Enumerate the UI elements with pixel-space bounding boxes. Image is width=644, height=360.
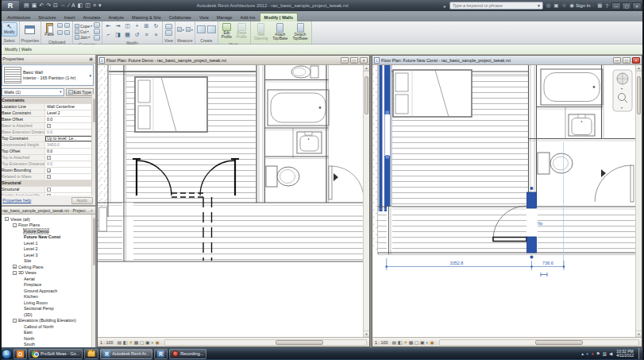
properties-help-link[interactable]: Properties help: [2, 198, 31, 203]
communication-center-icon[interactable]: ▣: [553, 2, 558, 9]
property-row[interactable]: Unconnected Height 3400.0: [0, 142, 95, 149]
crop-region-icon[interactable]: ▣: [420, 339, 425, 346]
scroll-down-icon[interactable]: ▼: [364, 331, 369, 337]
scroll-down-icon[interactable]: ▼: [636, 331, 642, 337]
draw-line-icon[interactable]: ∕: [68, 2, 69, 9]
horizontal-scrollbar[interactable]: [164, 339, 367, 346]
restore-button[interactable]: ▢: [622, 2, 631, 10]
checkbox[interactable]: [47, 168, 51, 172]
property-row[interactable]: Room Bounding: [0, 168, 95, 174]
browser-item[interactable]: - 3D Views: [0, 270, 95, 277]
panel-label[interactable]: Measure: [175, 37, 195, 44]
scroll-up-icon[interactable]: ▲: [636, 65, 642, 72]
properties-scrollbar[interactable]: [91, 94, 95, 195]
poche-wall-region[interactable]: [98, 65, 108, 207]
undo-icon[interactable]: ↶: [39, 2, 44, 9]
browser-scrollbar[interactable]: [91, 215, 95, 347]
browser-item[interactable]: East: [0, 330, 95, 336]
print-icon[interactable]: ⊡: [53, 2, 58, 9]
tray-status-red-icon[interactable]: ●: [591, 351, 593, 356]
scale-icon[interactable]: ↺: [133, 31, 141, 39]
view-restore-button[interactable]: ▢: [350, 57, 358, 64]
thin-lines-icon[interactable]: ≡: [93, 2, 96, 9]
scroll-up-icon[interactable]: ▲: [364, 65, 369, 72]
favorites-icon[interactable]: ☆: [562, 2, 567, 9]
property-row[interactable]: Constraints: [0, 98, 95, 104]
property-row[interactable]: Related to Mass: [0, 174, 95, 180]
match-type-icon[interactable]: [57, 30, 63, 35]
ribbon-tab[interactable]: Insert: [60, 14, 79, 21]
toilet[interactable]: [538, 153, 573, 174]
demolish-icon[interactable]: [94, 29, 100, 34]
search-dropdown-icon[interactable]: ▾: [538, 3, 540, 8]
chrome-taskbar-button[interactable]: ProSoft Meas - Go...: [29, 349, 83, 359]
infocenter-collapse-icon[interactable]: ▸: [444, 3, 446, 9]
browser-item[interactable]: Fireplace: [0, 282, 95, 288]
start-button[interactable]: [2, 349, 12, 359]
ribbon-tab[interactable]: Add-Ins: [237, 14, 260, 21]
split-face-icon[interactable]: [94, 35, 100, 41]
measure-icon[interactable]: ⇔: [60, 2, 66, 9]
cut-icon[interactable]: [57, 23, 63, 28]
vertical-scrollbar[interactable]: ▲ ▼: [363, 65, 369, 337]
wall[interactable]: [528, 65, 537, 207]
tray-status-blue-icon[interactable]: ●: [586, 351, 588, 356]
dimension-value[interactable]: 3352.8: [450, 261, 464, 265]
geometry-tool[interactable]: Join ▾: [75, 35, 92, 40]
dimension-tool[interactable]: ▾: [186, 27, 193, 32]
section-icon[interactable]: ◫: [85, 2, 91, 9]
bathtub[interactable]: [268, 90, 329, 126]
copy-icon[interactable]: ⊞: [142, 22, 151, 30]
browser-item[interactable]: Site: [0, 258, 95, 265]
apply-button[interactable]: Apply: [71, 197, 94, 204]
browser-item[interactable]: - Floor Plans: [0, 223, 95, 229]
modify-tool-button[interactable]: ↖ Modify: [2, 22, 17, 37]
detail-level-icon[interactable]: ▤: [118, 339, 122, 346]
exterior-wall[interactable]: [98, 203, 364, 206]
view-minimize-button[interactable]: —: [341, 57, 349, 64]
palette-options-icon[interactable]: ▣: [89, 56, 93, 61]
sun-path-icon[interactable]: ☀: [129, 339, 133, 346]
property-row[interactable]: Location Line Wall Centerline: [0, 104, 95, 110]
panel-label[interactable]: Select: [0, 37, 19, 44]
checkbox[interactable]: [47, 194, 51, 195]
detail-level-icon[interactable]: ▤: [392, 339, 397, 346]
open-icon[interactable]: ▤: [24, 2, 29, 9]
subscription-center-icon[interactable]: ◎: [546, 2, 551, 9]
edit-type-button[interactable]: Edit Type: [66, 88, 94, 96]
hide-isolate-icon[interactable]: ◐: [426, 339, 429, 346]
bed[interactable]: [135, 77, 207, 132]
bed[interactable]: [393, 70, 472, 117]
paste-button[interactable]: Paste: [43, 22, 56, 38]
ribbon-tab[interactable]: Massing & Site: [128, 14, 165, 21]
ribbon-tab[interactable]: Annotate: [79, 14, 104, 21]
match-props-icon[interactable]: [64, 30, 70, 35]
visual-style-icon[interactable]: ◧: [123, 339, 128, 346]
checkbox[interactable]: [47, 156, 51, 160]
view-minimize-button[interactable]: —: [613, 57, 621, 64]
tray-expand-icon[interactable]: ▴: [581, 351, 584, 356]
browser-item[interactable]: {3D}: [0, 312, 95, 318]
explorer-taskbar-button[interactable]: [84, 349, 98, 359]
property-row[interactable]: Base Constraint Level 2: [0, 110, 95, 117]
wall[interactable]: [256, 65, 265, 203]
browser-item[interactable]: Future Demo: [0, 228, 95, 234]
edit-profile-button[interactable]: Edit Profile: [220, 22, 233, 41]
ribbon-tab[interactable]: Collaborate: [165, 14, 195, 21]
browser-item[interactable]: + Ceiling Plans: [0, 264, 95, 270]
sun-path-icon[interactable]: ☀: [403, 339, 407, 346]
view-restore-button[interactable]: ▢: [623, 57, 631, 64]
window[interactable]: [99, 207, 107, 231]
expand-collapse-icon[interactable]: +: [13, 265, 17, 269]
floor-plan-canvas[interactable]: flip 3352.8 736.6: [372, 65, 642, 337]
reveal-hidden-icon[interactable]: ◉: [155, 339, 159, 346]
ribbon-tab[interactable]: Analyze: [104, 14, 128, 21]
scale-button[interactable]: 1 : 100: [375, 340, 388, 345]
text-icon[interactable]: A: [71, 2, 75, 9]
default-3d-view-icon[interactable]: ◧: [78, 2, 83, 9]
outlook-taskbar-button[interactable]: O: [13, 349, 27, 359]
crop-view-icon[interactable]: ▢: [140, 339, 145, 346]
align-icon[interactable]: ⇤: [104, 22, 113, 30]
volume-icon[interactable]: ◀: [609, 351, 612, 356]
ribbon-tab[interactable]: Structure: [34, 14, 60, 21]
